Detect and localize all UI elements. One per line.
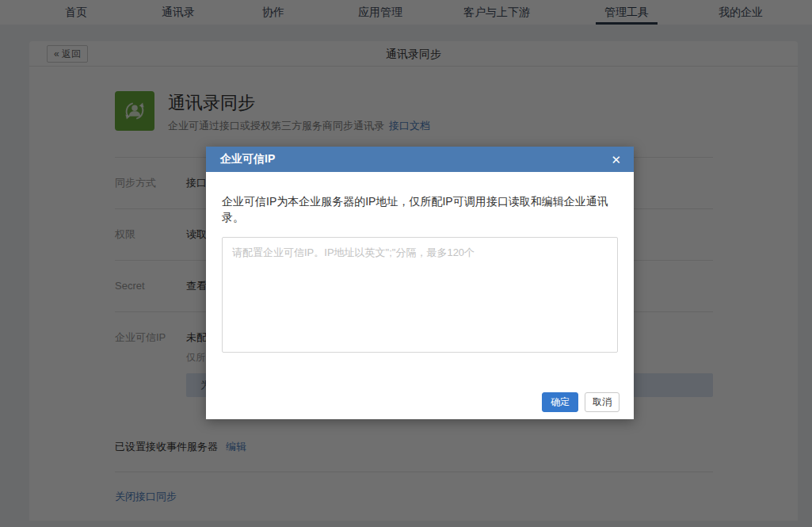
modal-title: 企业可信IP <box>220 152 275 166</box>
modal-description: 企业可信IP为本企业服务器的IP地址，仅所配IP可调用接口读取和编辑企业通讯录。 <box>222 193 618 225</box>
app-screen: 首页 通讯录 协作 应用管理 客户与上下游 管理工具 我的企业 « 返回 通讯录… <box>0 0 812 527</box>
modal-body: 企业可信IP为本企业服务器的IP地址，仅所配IP可调用接口读取和编辑企业通讯录。 <box>206 193 634 353</box>
modal-header: 企业可信IP ✕ <box>206 147 634 172</box>
trusted-ip-input[interactable] <box>222 237 618 353</box>
close-icon[interactable]: ✕ <box>611 154 621 166</box>
trusted-ip-modal: 企业可信IP ✕ 企业可信IP为本企业服务器的IP地址，仅所配IP可调用接口读取… <box>206 147 634 419</box>
cancel-button[interactable]: 取消 <box>585 392 619 412</box>
modal-footer: 确定 取消 <box>542 392 619 412</box>
confirm-button[interactable]: 确定 <box>542 392 578 412</box>
